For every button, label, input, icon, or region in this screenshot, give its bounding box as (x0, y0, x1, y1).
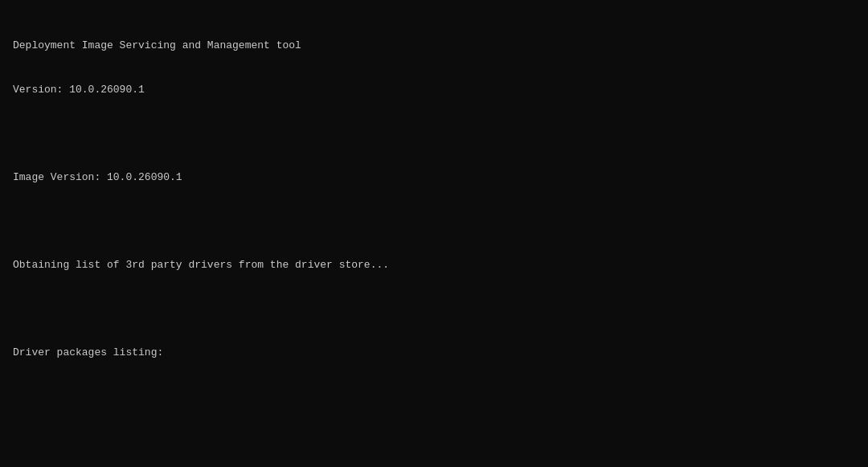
listing-line: Driver packages listing: (13, 346, 855, 360)
image-version-line: Image Version: 10.0.26090.1 (13, 170, 855, 185)
blank3 (13, 302, 855, 317)
version-line: Version: 10.0.26090.1 (13, 83, 855, 97)
blank2 (13, 215, 855, 229)
terminal-window: Deployment Image Servicing and Managemen… (13, 10, 855, 467)
obtaining-line: Obtaining list of 3rd party drivers from… (13, 258, 855, 272)
blank5 (13, 433, 855, 448)
blank4 (13, 390, 855, 404)
blank1 (13, 127, 855, 141)
title-line: Deployment Image Servicing and Managemen… (13, 39, 855, 53)
